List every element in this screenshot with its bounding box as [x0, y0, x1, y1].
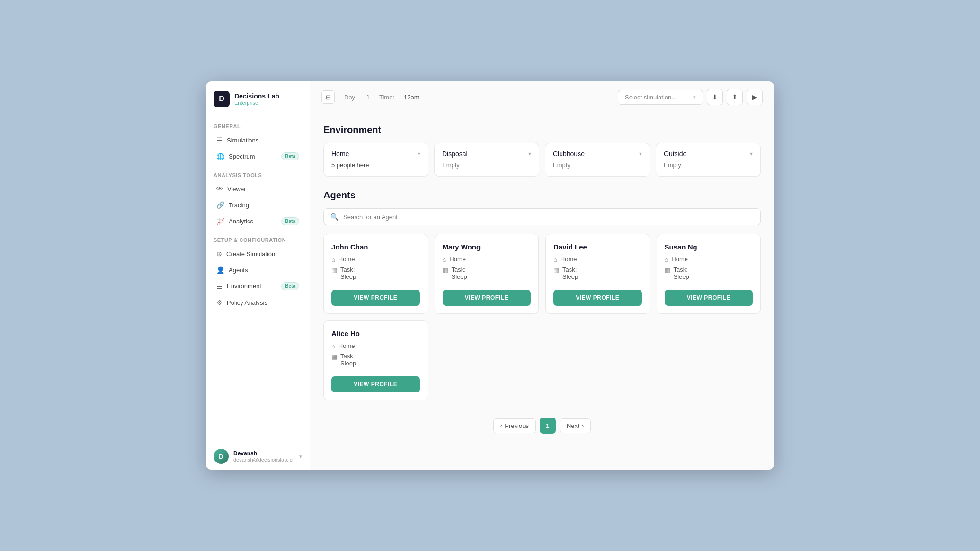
sidebar-item-create-sim[interactable]: ⊕ Create Simulation — [209, 246, 307, 261]
search-icon: 🔍 — [330, 213, 339, 221]
agent-name-2: David Lee — [553, 243, 642, 251]
env-dropdown-outside[interactable]: ▾ — [750, 151, 753, 157]
content-area: Environment Home ▾ 5 people here Disposa… — [310, 113, 774, 470]
agent-search-bar[interactable]: 🔍 — [323, 208, 761, 225]
house-icon: ⌂ — [331, 343, 335, 350]
page-number-1[interactable]: 1 — [540, 418, 556, 434]
topbar: ⊟ Day: 1 Time: 12am Select simulation...… — [310, 81, 774, 113]
play-button[interactable]: ▶ — [747, 89, 763, 105]
env-card-home[interactable]: Home ▾ 5 people here — [323, 143, 428, 177]
environment-badge: Beta — [281, 282, 299, 290]
spectrum-label: Spectrum — [229, 153, 255, 160]
environment-nav-icon: ☰ — [216, 283, 223, 290]
env-card-header-home: Home ▾ — [331, 150, 420, 158]
spectrum-badge: Beta — [281, 152, 299, 160]
agent-card-3: Susan Ng ⌂ Home ▦ Task:Sleep VIEW PROFIL… — [657, 234, 761, 314]
chevron-down-icon: ▾ — [299, 453, 302, 460]
simulations-icon: ☰ — [216, 136, 223, 144]
analytics-badge: Beta — [281, 217, 299, 225]
agent-search-input[interactable] — [343, 213, 754, 221]
env-card-clubhouse[interactable]: Clubhouse ▾ Empty — [545, 143, 650, 177]
simulations-label: Simulations — [227, 137, 258, 144]
sidebar-item-simulations[interactable]: ☰ Simulations — [209, 133, 307, 148]
topbar-right: Select simulation... ▾ ⬇ ⬆ ▶ — [618, 89, 763, 105]
app-title: Decisions Lab — [234, 92, 279, 100]
agent-name-0: John Chan — [331, 243, 420, 251]
agents-grid: John Chan ⌂ Home ▦ Task:Sleep VIEW PROFI… — [323, 234, 761, 400]
agent-task-0: ▦ Task:Sleep — [331, 266, 420, 280]
sidebar-item-viewer[interactable]: 👁 Viewer — [209, 181, 307, 196]
sidebar-item-policy[interactable]: ⚙ Policy Analysis — [209, 295, 307, 310]
environment-section-title: Environment — [323, 124, 761, 135]
sidebar-item-tracing[interactable]: 🔗 Tracing — [209, 197, 307, 213]
agent-name-3: Susan Ng — [665, 243, 753, 251]
agents-section-title: Agents — [323, 190, 761, 201]
viewer-icon: 👁 — [216, 185, 223, 193]
agents-nav-icon: 👤 — [216, 266, 224, 274]
task-icon: ▦ — [331, 267, 337, 274]
env-status-home: 5 people here — [331, 161, 420, 169]
view-profile-button-0[interactable]: VIEW PROFILE — [331, 290, 420, 306]
caret-icon: ▾ — [693, 94, 696, 100]
logo-text: Decisions Lab Enterprise — [234, 92, 279, 106]
view-profile-button-4[interactable]: VIEW PROFILE — [331, 376, 420, 392]
user-info: Devansh devansh@decisionslab.io — [233, 450, 294, 462]
next-label: Next — [567, 422, 579, 429]
agent-task-label-0: Task:Sleep — [340, 266, 356, 280]
analysis-section-label: Analysis Tools — [206, 165, 310, 181]
time-label: Time: — [379, 94, 394, 101]
sidebar-toggle-button[interactable]: ⊟ — [321, 90, 335, 104]
save-icon: ⬇ — [712, 93, 718, 101]
agent-card-1: Mary Wong ⌂ Home ▦ Task:Sleep VIEW PROFI… — [435, 234, 539, 314]
policy-label: Policy Analysis — [227, 299, 267, 306]
general-section-label: General — [206, 116, 310, 132]
previous-label: Previous — [505, 422, 529, 429]
play-icon: ▶ — [752, 93, 757, 101]
env-dropdown-disposal[interactable]: ▾ — [528, 151, 531, 157]
agent-task-label-3: Task:Sleep — [674, 266, 689, 280]
save-button[interactable]: ⬇ — [707, 89, 723, 105]
env-status-disposal: Empty — [442, 161, 531, 169]
user-email: devansh@decisionslab.io — [233, 457, 294, 462]
env-name-clubhouse: Clubhouse — [553, 150, 585, 158]
house-icon: ⌂ — [553, 256, 557, 263]
setup-section-label: Setup & Configuration — [206, 230, 310, 246]
agent-task-label-4: Task:Sleep — [340, 353, 356, 367]
sidebar-item-analytics[interactable]: 📈 Analytics Beta — [209, 213, 307, 229]
previous-button[interactable]: ‹ Previous — [493, 418, 536, 433]
view-profile-button-3[interactable]: VIEW PROFILE — [665, 290, 753, 306]
time-value: 12am — [404, 94, 419, 101]
sidebar-item-environment[interactable]: ☰ Environment Beta — [209, 278, 307, 294]
avatar: D — [214, 449, 229, 464]
app-logo: D Decisions Lab Enterprise — [206, 81, 310, 116]
environment-nav-label: Environment — [227, 283, 261, 290]
tracing-label: Tracing — [229, 202, 249, 209]
env-dropdown-clubhouse[interactable]: ▾ — [639, 151, 642, 157]
sidebar-item-agents[interactable]: 👤 Agents — [209, 262, 307, 277]
env-card-disposal[interactable]: Disposal ▾ Empty — [434, 143, 539, 177]
view-profile-button-2[interactable]: VIEW PROFILE — [553, 290, 642, 306]
env-dropdown-home[interactable]: ▾ — [418, 151, 420, 157]
upload-button[interactable]: ⬆ — [727, 89, 743, 105]
user-profile[interactable]: D Devansh devansh@decisionslab.io ▾ — [206, 443, 310, 470]
agent-location-2: ⌂ Home — [553, 256, 642, 263]
spectrum-icon: 🌐 — [216, 153, 224, 160]
app-subtitle: Enterprise — [234, 100, 279, 106]
env-name-outside: Outside — [664, 150, 686, 158]
next-button[interactable]: Next › — [560, 418, 591, 433]
env-card-outside[interactable]: Outside ▾ Empty — [656, 143, 761, 177]
simulation-select[interactable]: Select simulation... ▾ — [618, 90, 703, 105]
agent-location-value-3: Home — [671, 256, 688, 263]
upload-icon: ⬆ — [732, 93, 738, 101]
view-profile-button-1[interactable]: VIEW PROFILE — [443, 290, 531, 306]
house-icon: ⌂ — [665, 256, 668, 263]
agent-location-3: ⌂ Home — [665, 256, 753, 263]
house-icon: ⌂ — [331, 256, 335, 263]
agent-card-0: John Chan ⌂ Home ▦ Task:Sleep VIEW PROFI… — [323, 234, 428, 314]
agent-location-0: ⌂ Home — [331, 256, 420, 263]
agent-name-4: Alice Ho — [331, 329, 420, 338]
agent-task-2: ▦ Task:Sleep — [553, 266, 642, 280]
sidebar-item-spectrum[interactable]: 🌐 Spectrum Beta — [209, 149, 307, 164]
day-value: 1 — [366, 94, 370, 101]
viewer-label: Viewer — [227, 186, 246, 193]
